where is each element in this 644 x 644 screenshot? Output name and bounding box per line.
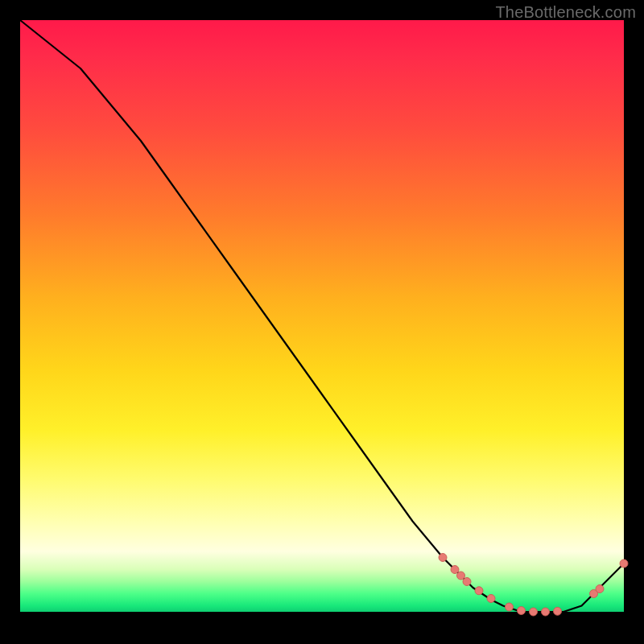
bottleneck-curve-line: [20, 20, 624, 612]
data-point: [463, 578, 471, 586]
data-point-markers: [439, 554, 628, 617]
data-point: [487, 595, 495, 603]
curve-svg: [20, 20, 624, 624]
data-point: [506, 603, 514, 611]
data-point: [518, 607, 526, 615]
data-point: [554, 607, 562, 615]
data-point: [439, 554, 447, 562]
data-point: [542, 608, 550, 616]
chart-stage: TheBottleneck.com: [0, 0, 644, 644]
data-point: [457, 572, 465, 580]
data-point: [530, 608, 538, 616]
plot-area: [20, 20, 624, 624]
data-point: [475, 587, 483, 595]
watermark-text: TheBottleneck.com: [495, 3, 636, 22]
data-point: [451, 566, 459, 574]
data-point: [620, 559, 628, 568]
data-point: [596, 585, 604, 593]
